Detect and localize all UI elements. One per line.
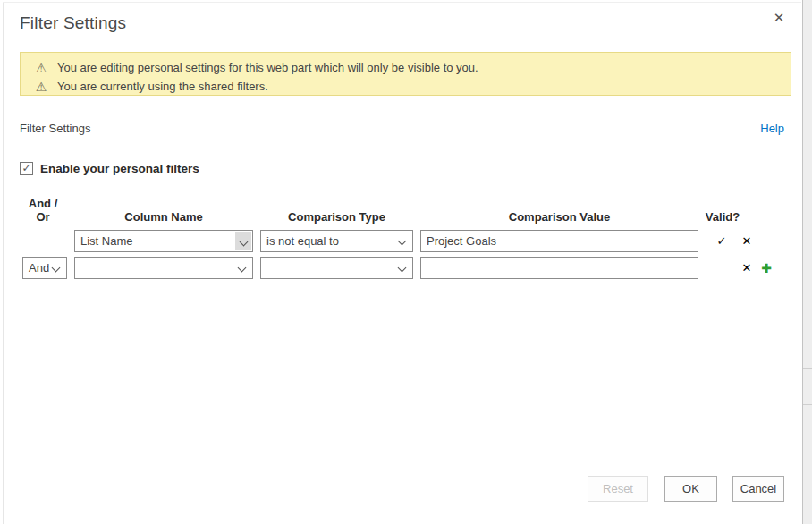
comparison-value-input[interactable]: [420, 230, 698, 252]
warning-banner: ⚠ You are editing personal settings for …: [20, 52, 791, 96]
comparison-type-select[interactable]: [260, 257, 413, 279]
header-and-or: And / Or: [23, 197, 63, 224]
warning-icon: ⚠: [33, 80, 49, 93]
close-icon[interactable]: ✕: [767, 6, 791, 30]
chevron-down-icon: [52, 264, 61, 273]
comparison-type-select[interactable]: is not equal to: [260, 230, 413, 252]
chevron-down-icon: [398, 264, 407, 273]
header-column-name: Column Name: [74, 210, 253, 224]
header-comparison-type: Comparison Type: [260, 210, 413, 224]
add-row-icon[interactable]: ✚: [757, 257, 775, 279]
reset-button[interactable]: Reset: [588, 476, 648, 502]
comparison-value-input[interactable]: [420, 257, 698, 279]
dialog-left-border: [3, 2, 4, 524]
and-or-select[interactable]: And: [22, 257, 67, 279]
column-name-select-value: List Name: [80, 234, 133, 248]
comparison-type-select-value: is not equal to: [266, 234, 339, 248]
select-arrow-button[interactable]: [235, 232, 251, 250]
column-name-select[interactable]: [74, 257, 253, 279]
header-valid: Valid?: [703, 210, 742, 224]
chevron-down-icon: [238, 264, 247, 273]
enable-personal-filters-label: Enable your personal filters: [40, 162, 199, 175]
scrollbar-divider: [803, 368, 812, 369]
warning-message-row: ⚠ You are editing personal settings for …: [33, 58, 791, 77]
header-comparison-value: Comparison Value: [420, 210, 698, 224]
chevron-down-icon: [398, 237, 407, 246]
enable-personal-filters-checkbox[interactable]: ✓: [20, 162, 33, 175]
dialog-top-border: [3, 2, 801, 3]
chevron-down-icon: [240, 238, 249, 247]
warning-message: You are editing personal settings for th…: [57, 61, 478, 74]
column-name-select[interactable]: List Name: [74, 230, 253, 252]
dialog-title: Filter Settings: [20, 13, 126, 33]
page-scrollbar[interactable]: [802, 0, 812, 524]
ok-button[interactable]: OK: [664, 476, 717, 502]
scrollbar-divider: [803, 404, 812, 405]
warning-message-row: ⚠ You are currently using the shared fil…: [33, 77, 791, 96]
remove-row-icon[interactable]: ✕: [738, 257, 756, 279]
and-or-select-value: And: [29, 261, 49, 275]
remove-row-icon[interactable]: ✕: [738, 230, 756, 252]
filter-settings-dialog: Filter Settings ✕ ⚠ You are editing pers…: [0, 0, 812, 524]
cancel-button[interactable]: Cancel: [732, 476, 784, 502]
help-link[interactable]: Help: [760, 122, 784, 135]
valid-check-icon: ✓: [713, 230, 731, 252]
warning-message: You are currently using the shared filte…: [57, 80, 268, 93]
warning-icon: ⚠: [33, 62, 49, 74]
section-label: Filter Settings: [20, 122, 90, 135]
